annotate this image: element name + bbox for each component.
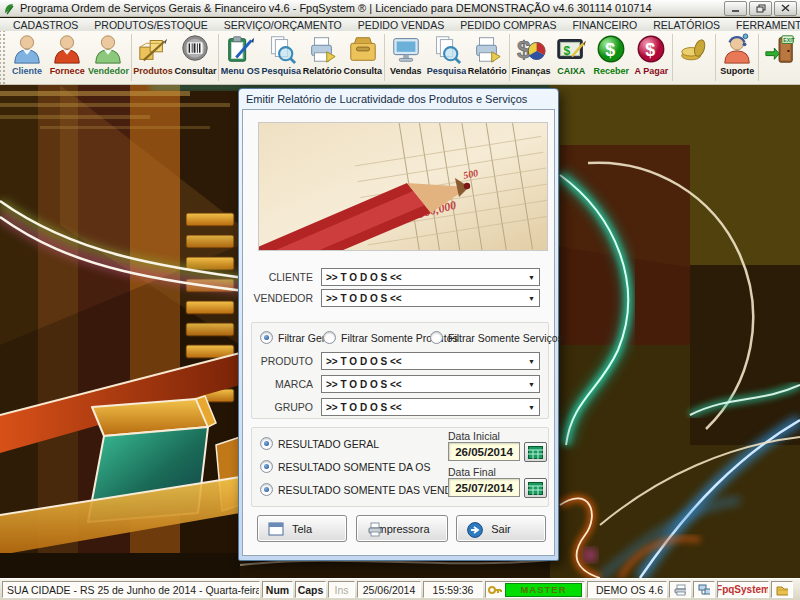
- data-inicial-label: Data Inicial: [448, 430, 500, 442]
- calendar-icon: [528, 482, 543, 495]
- toolbar-menu-os-button[interactable]: Menu OS: [220, 31, 261, 84]
- status-num-lock: Num: [262, 581, 293, 598]
- client-person-icon: [11, 33, 43, 65]
- products-boxes-icon: [137, 33, 169, 65]
- app-icon: [3, 2, 16, 15]
- impressora-button[interactable]: Impressora: [356, 515, 448, 542]
- sair-button[interactable]: Sair: [456, 515, 546, 542]
- status-location: SUA CIDADE - RS 25 de Junho de 2014 - Qu…: [2, 581, 260, 598]
- chevron-down-icon: ▼: [528, 358, 535, 365]
- cliente-label: CLIENTE: [243, 268, 313, 286]
- svg-text:$: $: [606, 40, 616, 60]
- sales-monitor-icon: [390, 33, 422, 65]
- status-network[interactable]: [693, 581, 715, 598]
- status-printer[interactable]: [669, 581, 691, 598]
- toolbar-suporte-button[interactable]: Suporte: [717, 31, 757, 84]
- tela-button[interactable]: Tela: [257, 515, 347, 542]
- marca-label: MARCA: [243, 375, 313, 393]
- toolbar-relatorio-vendas-button[interactable]: Relatório: [467, 31, 508, 84]
- status-user: MASTER: [485, 581, 585, 598]
- toolbar-coins-button[interactable]: [674, 31, 714, 84]
- vendedor-label: VENDEDOR: [243, 289, 313, 307]
- menu-financeiro[interactable]: FINANCEIRO: [564, 19, 645, 31]
- menu-pedido-compras[interactable]: PEDIDO COMPRAS: [452, 19, 564, 31]
- filter-radio-somente-servicos[interactable]: Filtrar Somente Serviços: [430, 331, 563, 344]
- dialog-header-photo: 500 000 360,000 4,300 86,2: [258, 122, 548, 251]
- exit-arrow-icon: [467, 522, 483, 538]
- chevron-down-icon: ▼: [528, 295, 535, 302]
- result-radio-geral[interactable]: RESULTADO GERAL: [260, 437, 379, 450]
- exit-door-icon: EXIT: [764, 33, 796, 65]
- status-brand: FpqSystem: [717, 581, 769, 598]
- result-radio-somente-os[interactable]: RESULTADO SOMENTE DA OS: [260, 460, 430, 473]
- status-date: 25/06/2014: [357, 581, 421, 598]
- search-pages-icon: [430, 33, 462, 65]
- data-final-label: Data Final: [448, 466, 496, 478]
- archive-drawer-icon: [347, 33, 379, 65]
- toolbar-relatorio-os-button[interactable]: Relatório: [302, 31, 343, 84]
- produto-label: PRODUTO: [243, 352, 313, 370]
- result-radio-somente-vendas[interactable]: RESULTADO SOMENTE DAS VENDAS: [260, 483, 466, 496]
- dialog-body: 500 000 360,000 4,300 86,2 CLIENTE >> T …: [242, 109, 555, 556]
- service-order-clipboard-icon: [224, 33, 256, 65]
- status-insert: Ins: [328, 581, 355, 598]
- toolbar-fornecedor-button[interactable]: Fornece: [47, 31, 87, 84]
- status-folder[interactable]: [771, 581, 793, 598]
- svg-text:$: $: [646, 40, 656, 60]
- data-final-calendar-button[interactable]: [524, 478, 547, 498]
- data-inicial-field[interactable]: 26/05/2014: [448, 442, 520, 461]
- menu-produtos-estoque[interactable]: PRODUTOS/ESTOQUE: [86, 19, 215, 31]
- coins-icon: [678, 33, 710, 65]
- report-dialog: Emitir Relatório de Lucratividade dos Pr…: [238, 88, 559, 561]
- supplier-person-icon: [51, 33, 83, 65]
- toolbar-caixa-button[interactable]: $ CAIXA: [551, 31, 591, 84]
- window-titlebar: Programa Ordem de Serviços Gerais & Fina…: [0, 0, 800, 17]
- close-button[interactable]: [774, 1, 797, 16]
- produto-combobox[interactable]: >> T O D O S << ▼: [321, 352, 540, 370]
- toolbar-pesquisa-vendas-button[interactable]: Pesquisa: [426, 31, 467, 84]
- dialog-titlebar[interactable]: Emitir Relatório de Lucratividade dos Pr…: [242, 89, 555, 109]
- cliente-combobox[interactable]: >> T O D O S << ▼: [321, 268, 540, 286]
- toolbar-pesquisa-os-button[interactable]: Pesquisa: [261, 31, 302, 84]
- toolbar-separator: [672, 34, 673, 81]
- menu-ferramentas[interactable]: FERRAMENTAS: [728, 19, 800, 31]
- vendedor-combobox[interactable]: >> T O D O S << ▼: [321, 289, 540, 307]
- data-inicial-calendar-button[interactable]: [524, 442, 547, 462]
- svg-text:$: $: [564, 44, 571, 58]
- toolbar-exit-button[interactable]: EXIT: [760, 31, 800, 84]
- toolbar-vendedor-button[interactable]: Vendedor: [87, 31, 130, 84]
- menu-relatorios[interactable]: RELATÓRIOS: [645, 19, 728, 31]
- screen-window-icon: [268, 522, 284, 536]
- toolbar-cliente-button[interactable]: Cliente: [7, 31, 47, 84]
- toolbar-produtos-button[interactable]: Produtos: [133, 31, 174, 84]
- toolbar-separator: [509, 34, 510, 81]
- printer-icon: [674, 584, 686, 596]
- menu-cadastros[interactable]: CADASTROS: [5, 19, 86, 31]
- toolbar-consulta-os-button[interactable]: Consulta: [343, 31, 383, 84]
- status-system: DEMO OS 4.6: [587, 581, 667, 598]
- restore-button[interactable]: [749, 1, 772, 16]
- toolbar-financas-button[interactable]: $ Finanças: [511, 31, 552, 84]
- grupo-combobox[interactable]: >> T O D O S << ▼: [321, 398, 540, 416]
- toolbar-separator: [218, 34, 219, 81]
- radio-indicator: [260, 331, 273, 344]
- dialog-title: Emitir Relatório de Lucratividade dos Pr…: [246, 93, 527, 105]
- toolbar-consultar-button[interactable]: Consultar: [174, 31, 217, 84]
- marca-combobox[interactable]: >> T O D O S << ▼: [321, 375, 540, 393]
- menu-pedido-vendas[interactable]: PEDIDO VENDAS: [350, 19, 452, 31]
- folder-icon: [776, 584, 788, 596]
- finance-dollar-pie-icon: $: [515, 33, 547, 65]
- toolbar-receber-button[interactable]: $ Receber: [591, 31, 631, 84]
- menu-servico-orcamento[interactable]: SERVIÇO/ORÇAMENTO: [216, 19, 350, 31]
- svg-text:EXIT: EXIT: [783, 37, 795, 43]
- minimize-button[interactable]: [724, 1, 747, 16]
- radio-indicator: [260, 437, 273, 450]
- toolbar-vendas-button[interactable]: Vendas: [386, 31, 426, 84]
- chevron-down-icon: ▼: [528, 404, 535, 411]
- toolbar-separator: [758, 34, 759, 81]
- radio-indicator: [323, 331, 336, 344]
- data-final-field[interactable]: 25/07/2014: [448, 478, 520, 497]
- status-caps-lock: Caps: [295, 581, 326, 598]
- key-icon: [488, 583, 502, 597]
- toolbar-a-pagar-button[interactable]: $ A Pagar: [631, 31, 671, 84]
